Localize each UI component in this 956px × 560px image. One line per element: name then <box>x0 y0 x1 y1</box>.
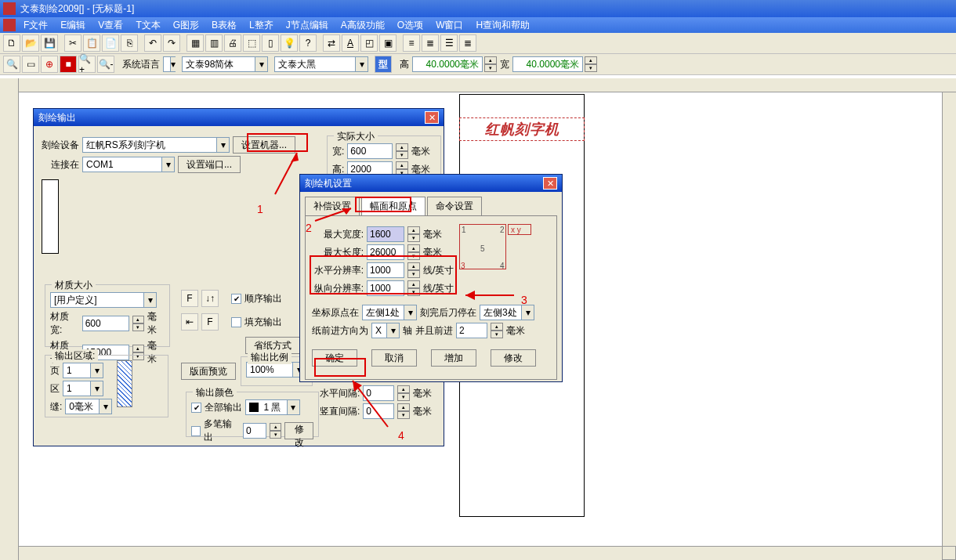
actual-w-input[interactable] <box>347 143 393 159</box>
maxl-spin[interactable]: ▴▾ <box>407 244 420 260</box>
maxw-input[interactable] <box>367 226 404 242</box>
maxw-spin[interactable]: ▴▾ <box>407 226 420 242</box>
actual-w-spin[interactable]: ▴▾ <box>396 143 408 159</box>
maxl-input[interactable] <box>367 244 404 260</box>
knife-select[interactable]: 左侧3处▾ <box>480 305 534 320</box>
format-f-icon[interactable]: F <box>181 290 198 307</box>
menu-advanced[interactable]: A高级功能 <box>336 18 389 33</box>
align-c-icon[interactable]: ≣ <box>422 34 439 52</box>
zoom-out-icon[interactable]: 🔍- <box>97 56 114 73</box>
multi-pen-check[interactable] <box>191 426 201 436</box>
copy2-icon[interactable]: ⎘ <box>121 34 138 52</box>
text-object[interactable]: 红帆刻字机 <box>459 117 585 141</box>
paste-icon[interactable]: 📄 <box>102 34 119 52</box>
menu-view[interactable]: V查看 <box>93 18 128 33</box>
mat-w-input[interactable] <box>82 316 129 331</box>
width-input[interactable] <box>512 56 583 72</box>
multi-pen-input[interactable] <box>243 423 266 439</box>
menu-node[interactable]: J节点编辑 <box>281 18 333 33</box>
region-select[interactable]: 1▾ <box>63 381 103 396</box>
scale-select[interactable]: 100%▾ <box>246 362 306 378</box>
vspace-input[interactable] <box>363 403 394 419</box>
menu-text[interactable]: T文本 <box>131 18 165 33</box>
lang-select[interactable]: ▾ <box>163 56 176 72</box>
close-icon[interactable]: ✕ <box>543 177 557 190</box>
device-select[interactable]: 红帆RS系列刻字机▾ <box>82 137 230 153</box>
menu-graphic[interactable]: G图形 <box>168 18 204 33</box>
menu-help[interactable]: H查询和帮助 <box>471 18 534 33</box>
ok-button[interactable]: 确定 <box>312 349 357 367</box>
width-spin[interactable]: ▴▾ <box>585 56 597 72</box>
output-dialog-title[interactable]: 刻绘输出 ✕ <box>34 109 444 126</box>
save-icon[interactable]: 💾 <box>41 34 58 52</box>
seq-output-check[interactable]: ✔ <box>231 294 241 304</box>
color-select[interactable]: 1 黑▾ <box>245 399 300 415</box>
copy-icon[interactable]: 📋 <box>83 34 100 52</box>
gap-select[interactable]: 0毫米▾ <box>65 399 112 414</box>
zoom-rect-icon[interactable]: ■ <box>60 56 77 73</box>
tab-compensation[interactable]: 补偿设置 <box>305 197 360 215</box>
fill-output-check[interactable] <box>231 317 241 327</box>
advance-input[interactable] <box>456 323 487 338</box>
cancel-button[interactable]: 取消 <box>371 349 417 367</box>
tool-d-icon[interactable]: ▯ <box>262 34 279 52</box>
tab-command[interactable]: 命令设置 <box>427 197 482 215</box>
tool-h-icon[interactable]: ▣ <box>379 34 397 52</box>
port-select[interactable]: COM1▾ <box>82 157 175 172</box>
tool-b-icon[interactable]: ▥ <box>205 34 223 52</box>
align-l-icon[interactable]: ≡ <box>403 34 420 52</box>
print-icon[interactable]: 🖨 <box>224 34 241 52</box>
zoom-page-icon[interactable]: ▭ <box>22 56 39 73</box>
advance-spin[interactable]: ▴▾ <box>491 323 503 338</box>
menu-table[interactable]: B表格 <box>207 18 241 33</box>
hres-input[interactable] <box>367 262 404 278</box>
scrollbar-horizontal[interactable] <box>19 546 942 560</box>
set-machine-button[interactable]: 设置机器... <box>233 136 295 154</box>
page-select[interactable]: 1▾ <box>63 363 103 378</box>
add-button[interactable]: 增加 <box>431 349 476 367</box>
multi-pen-spin[interactable]: ▴▾ <box>270 423 281 439</box>
vres-input[interactable] <box>367 280 404 296</box>
menu-options[interactable]: O选项 <box>393 18 428 33</box>
paper-dir-select[interactable]: X▾ <box>371 323 400 338</box>
origin-select[interactable]: 左侧1处▾ <box>362 305 417 320</box>
color-modify-button[interactable]: 修改 <box>284 422 313 439</box>
menu-window[interactable]: W窗口 <box>431 18 468 33</box>
align-j-icon[interactable]: ≣ <box>459 34 476 52</box>
hspace-input[interactable] <box>363 385 394 401</box>
format-left-icon[interactable]: ⇤ <box>181 313 198 331</box>
open-icon[interactable]: 📂 <box>22 34 39 52</box>
help-icon[interactable]: ? <box>299 34 317 52</box>
height-spin[interactable]: ▴▾ <box>484 56 497 72</box>
align-r-icon[interactable]: ☰ <box>440 34 458 52</box>
tool-g-icon[interactable]: ◰ <box>360 34 378 52</box>
cut-icon[interactable]: ✂ <box>64 34 81 52</box>
tip-icon[interactable]: 💡 <box>281 34 298 52</box>
menu-file[interactable]: F文件 <box>19 18 53 33</box>
modify-button[interactable]: 修改 <box>491 349 536 367</box>
tool-f-icon[interactable]: A <box>342 34 359 52</box>
zoom-fit-icon[interactable]: 🔍 <box>3 56 20 73</box>
format-down-icon[interactable]: ↓↑ <box>201 290 219 307</box>
menu-align[interactable]: L整齐 <box>244 18 278 33</box>
tool-e-icon[interactable]: ⇄ <box>323 34 340 52</box>
vres-spin[interactable]: ▴▾ <box>407 280 420 296</box>
scrollbar-vertical[interactable] <box>942 92 956 546</box>
mat-w-spin[interactable]: ▴▾ <box>132 316 144 331</box>
new-icon[interactable]: 🗋 <box>3 34 20 52</box>
preview-button[interactable]: 版面预览 <box>181 363 236 380</box>
menu-edit[interactable]: E编辑 <box>56 18 90 33</box>
material-preset-select[interactable]: [用户定义]▾ <box>50 292 157 308</box>
close-icon[interactable]: ✕ <box>425 111 439 124</box>
font2-select[interactable]: 文泰大黑▾ <box>274 56 368 72</box>
redo-icon[interactable]: ↷ <box>163 34 180 52</box>
tool-a-icon[interactable]: ▦ <box>186 34 204 52</box>
font1-select[interactable]: 文泰98简体▾ <box>182 56 268 72</box>
settings-dialog-title[interactable]: 刻绘机设置 ✕ <box>300 175 562 192</box>
format-f2-icon[interactable]: F <box>201 313 219 331</box>
height-input[interactable] <box>412 56 483 72</box>
tab-page-origin[interactable]: 幅面和原点 <box>361 197 425 215</box>
undo-icon[interactable]: ↶ <box>144 34 161 52</box>
vspace-spin[interactable]: ▴▾ <box>397 403 410 419</box>
zoom-in-icon[interactable]: 🔍+ <box>78 56 96 73</box>
